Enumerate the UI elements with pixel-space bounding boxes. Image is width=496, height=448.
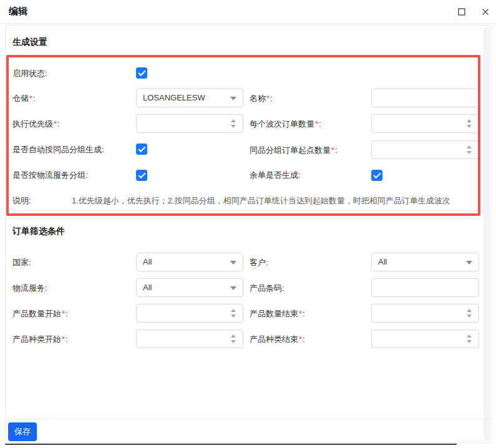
name-label: 名称*:	[250, 93, 273, 104]
window-bottom-edge	[5, 444, 457, 445]
type-start-input[interactable]	[136, 329, 243, 348]
auto-group-checkbox[interactable]	[136, 144, 147, 155]
enable-checkbox[interactable]	[136, 67, 147, 79]
remainder-checkbox[interactable]	[371, 170, 382, 181]
qty-start-input[interactable]	[136, 304, 243, 323]
note-label: 说明:	[12, 195, 31, 207]
scrollbar-track[interactable]	[484, 27, 490, 441]
spinner-up-icon[interactable]	[467, 309, 472, 312]
spinner-up-icon[interactable]	[231, 334, 236, 338]
close-button[interactable]	[480, 6, 491, 17]
barcode-label: 产品条码:	[250, 283, 284, 294]
logistics-group-label: 是否按物流服务分组:	[12, 170, 88, 181]
qty-start-label: 产品数量开始*:	[12, 308, 68, 319]
maximize-button[interactable]	[456, 6, 467, 17]
chevron-down-icon	[230, 261, 236, 265]
country-label: 国家:	[12, 257, 31, 268]
wave-qty-label: 每个波次订单数量*:	[250, 119, 321, 130]
warehouse-label: 仓储*:	[12, 93, 36, 104]
barcode-input[interactable]	[371, 278, 479, 297]
logistics-group-checkbox[interactable]	[136, 170, 147, 181]
spinner-up-icon[interactable]	[231, 309, 236, 312]
spinner-down-icon[interactable]	[231, 314, 236, 318]
name-input[interactable]	[371, 89, 479, 107]
customer-select[interactable]: All	[371, 253, 479, 271]
warehouse-select[interactable]: LOSANGELESW	[136, 89, 243, 107]
footer-divider	[6, 419, 491, 419]
spinner-up-icon[interactable]	[467, 145, 472, 149]
customer-label: 客户:	[250, 257, 268, 268]
section-title-generation-settings: 生成设置	[12, 37, 47, 48]
spinner-down-icon[interactable]	[467, 151, 472, 154]
spinner-down-icon[interactable]	[231, 125, 236, 128]
type-start-label: 产品种类开始*:	[12, 334, 68, 345]
country-select[interactable]: All	[136, 253, 243, 271]
spinner-up-icon[interactable]	[467, 119, 472, 122]
chevron-down-icon	[466, 261, 472, 265]
priority-label: 执行优先级*:	[12, 119, 60, 130]
save-button[interactable]: 保存	[8, 422, 37, 441]
close-icon	[480, 7, 490, 17]
spinner-up-icon[interactable]	[231, 119, 236, 122]
note-text: 1.优先级越小，优先执行；2.按同品分组，相同产品订单统计当达到起始数量，时把相…	[72, 195, 450, 207]
group-start-label: 同品分组订单起点数量*:	[250, 145, 338, 156]
edit-dialog: 编辑 生成设置 启用状态: 仓储*: LOSANGELESW 名称*: 执行优先…	[0, 0, 496, 448]
titlebar-divider	[0, 23, 496, 24]
dialog-title: 编辑	[9, 6, 27, 17]
qty-end-label: 产品数量结束*:	[250, 308, 305, 319]
logistics-select[interactable]: All	[136, 278, 243, 297]
auto-group-label: 是否自动按同品分组生成:	[12, 144, 104, 155]
enable-label: 启用状态:	[12, 68, 47, 79]
group-start-input[interactable]	[371, 140, 479, 159]
dialog-body-card	[5, 25, 492, 443]
spinner-down-icon[interactable]	[467, 340, 472, 343]
wave-qty-input[interactable]	[371, 114, 479, 133]
remainder-label: 余单是否生成:	[250, 170, 301, 181]
spinner-down-icon[interactable]	[231, 340, 236, 343]
spinner-down-icon[interactable]	[467, 125, 472, 128]
maximize-icon	[457, 7, 467, 17]
customer-select-value: All	[372, 253, 479, 271]
logistics-select-value: All	[137, 279, 243, 296]
chevron-down-icon	[230, 97, 236, 100]
type-end-label: 产品种类结束*:	[250, 334, 305, 345]
type-end-input[interactable]	[371, 329, 479, 348]
qty-end-input[interactable]	[371, 304, 479, 323]
section-title-order-filter: 订单筛选条件	[12, 226, 65, 237]
spinner-up-icon[interactable]	[467, 334, 472, 338]
warehouse-select-value: LOSANGELESW	[137, 89, 243, 107]
logistics-label: 物流服务:	[12, 283, 47, 294]
country-select-value: All	[137, 253, 243, 271]
chevron-down-icon	[230, 286, 236, 290]
spinner-down-icon[interactable]	[467, 314, 472, 318]
priority-input[interactable]	[136, 114, 243, 133]
